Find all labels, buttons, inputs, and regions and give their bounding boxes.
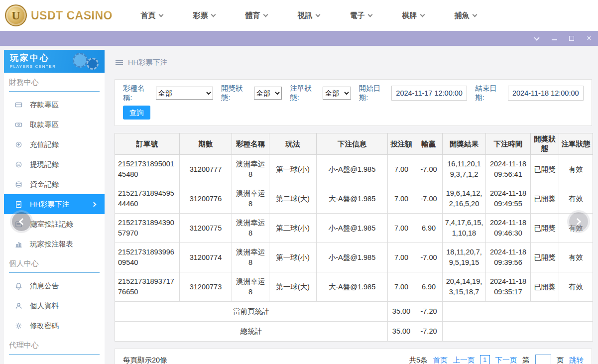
sidebar-item-profile[interactable]: 個人資料: [4, 296, 105, 316]
page-current[interactable]: 1: [480, 355, 490, 364]
table-cell: 澳洲幸运8: [232, 184, 269, 214]
table-cell: 7.00: [388, 184, 415, 214]
funds-icon: [15, 180, 23, 188]
nav-item-electronic[interactable]: 電子: [335, 11, 387, 20]
chevron-down-icon: [211, 12, 216, 17]
nav-item-fishing[interactable]: 捕魚: [439, 11, 491, 20]
summary-bet-total: 35.00: [388, 322, 415, 342]
page-jump-button[interactable]: 跳转: [569, 356, 584, 364]
pagination-bar: 每頁顯示20條 共5条 首页 上一页 1 下一页 第 页 跳转: [115, 349, 592, 364]
sidebar-item-deposit[interactable]: 存款專區: [4, 95, 105, 115]
nav-item-home[interactable]: 首頁: [125, 11, 178, 20]
sidebar-item-messages[interactable]: 消息公告: [4, 276, 105, 296]
table-cell: 已開獎: [531, 214, 559, 243]
sidebar-section-title: 個人中心: [9, 259, 100, 273]
column-header: 彩種名稱: [232, 133, 269, 155]
players-center-header: 玩家中心 PLAYERS CENTER: [4, 50, 105, 73]
sidebar-item-hh-lottery-bets[interactable]: HH彩票下注: [4, 194, 105, 214]
spacer: [4, 355, 105, 358]
nav-item-video[interactable]: 視訊: [282, 11, 335, 20]
sidebar-item-label: 玩家投注報表: [30, 240, 73, 249]
column-header: 輸贏: [415, 133, 443, 155]
nav-item-sports[interactable]: 體育: [230, 11, 282, 20]
page-first-link[interactable]: 首页: [433, 356, 447, 364]
per-page-label: 每頁顯示20條: [123, 356, 167, 364]
menu-icon[interactable]: [116, 60, 123, 65]
sidebar-item-recharge-record[interactable]: 充值記錄: [4, 134, 105, 154]
window-close-button[interactable]: ×: [585, 34, 593, 42]
chevron-right-icon: [574, 218, 581, 225]
table-cell: 第二球(小): [269, 214, 317, 243]
column-header: 下注信息: [317, 133, 388, 155]
page-next-link[interactable]: 下一页: [495, 356, 517, 364]
table-cell: 大-A盤@1.985: [317, 184, 388, 214]
sidebar-item-withdraw[interactable]: 取款專區: [4, 115, 105, 134]
sidebar-section-title: 財務中心: [9, 78, 100, 92]
start-date-input[interactable]: [391, 86, 467, 101]
brand-logo[interactable]: U USDT CASINO: [0, 4, 125, 26]
chevron-down-icon: [315, 12, 320, 17]
start-date-label: 開始日期:: [359, 84, 389, 103]
pagination-controls: 共5条 首页 上一页 1 下一页 第 页 跳转: [409, 355, 584, 364]
brand-emblem-icon: U: [5, 4, 27, 26]
window-maximize-button[interactable]: [568, 34, 576, 42]
table-cell: 大-A盤@1.985: [317, 272, 388, 302]
summary-winloss-total: -7.20: [415, 302, 443, 322]
summary-label: 當前頁統計: [115, 302, 388, 322]
maximize-icon: [569, 36, 574, 41]
sidebar-item-label: 修改密碼: [30, 321, 59, 331]
column-header: 玩法: [269, 133, 317, 155]
brand-name: USDT CASINO: [31, 9, 113, 22]
table-cell: 澳洲幸运8: [232, 214, 269, 243]
table-cell: 20,4,14,19,3,15,18,7: [443, 272, 486, 302]
end-date-input[interactable]: [508, 86, 584, 101]
scroll-right-button[interactable]: [569, 212, 588, 231]
table-cell: 7.00: [388, 243, 415, 272]
nav-item-label: 電子: [350, 11, 365, 20]
sidebar-item-cashout-record[interactable]: 提現記錄: [4, 154, 105, 174]
bet-status-label: 注單狀態:: [290, 84, 320, 103]
table-cell: -7.00: [415, 184, 443, 214]
summary-empty: [443, 302, 593, 322]
scroll-left-button[interactable]: [12, 212, 31, 231]
nav-item-label: 捕魚: [455, 11, 470, 20]
bet-status-select[interactable]: 全部: [323, 87, 351, 100]
table-header: 訂單號期數彩種名稱玩法下注信息投注額輸贏開獎結果下注時間開獎狀態注單狀態: [115, 133, 593, 155]
page-jump-input[interactable]: [535, 355, 551, 364]
search-button[interactable]: 查詢: [123, 106, 150, 120]
draw-status-select[interactable]: 全部: [254, 87, 282, 100]
sidebar-item-label: 廳室投註記錄: [30, 220, 73, 229]
lottery-select[interactable]: 全部: [156, 87, 213, 100]
table-cell: 2152173189439057970: [115, 214, 180, 243]
table-cell: 已開獎: [531, 272, 559, 302]
sidebar: 玩家中心 PLAYERS CENTER 財務中心存款專區取款專區充值記錄提現記錄…: [4, 50, 105, 364]
column-header: 注單狀態: [559, 133, 593, 155]
table-cell: 7.00: [388, 272, 415, 302]
table-row: 215217318945954446031200776澳洲幸运8第二球(大)大-…: [115, 184, 593, 214]
table-cell: 有效: [559, 243, 593, 272]
table-cell: 2152173189459544460: [115, 184, 180, 214]
nav-item-label: 首頁: [141, 11, 156, 20]
main-content: HH彩票下注 彩種名稱: 全部 開獎狀態: 全部 注單狀態: 全部 開始日期: …: [115, 50, 592, 364]
chevron-down-icon: [472, 12, 477, 17]
column-header: 開獎結果: [443, 133, 486, 155]
table-cell: 第一球(小): [269, 155, 317, 184]
sidebar-item-change-password[interactable]: 修改密碼: [4, 316, 105, 336]
sidebar-item-fund-record[interactable]: 資金記錄: [4, 174, 105, 194]
table-cell: 已開獎: [531, 184, 559, 214]
sidebar-item-player-bet-report[interactable]: 玩家投注報表: [4, 234, 105, 254]
nav-item-label: 體育: [245, 11, 260, 20]
page-prev-link[interactable]: 上一页: [453, 356, 475, 364]
table-cell: 2024-11-18 09:39:56: [486, 243, 531, 272]
sidebar-item-label: HH彩票下注: [30, 200, 69, 209]
sidebar-item-label: 提現記錄: [30, 160, 59, 169]
window-minimize-button[interactable]: [550, 34, 558, 42]
table-cell: 小-A盤@1.985: [317, 243, 388, 272]
filter-panel: 彩種名稱: 全部 開獎狀態: 全部 注單狀態: 全部 開始日期: 結束日期: 查…: [115, 79, 592, 126]
nav-item-lottery[interactable]: 彩票: [178, 11, 230, 20]
summary-label: 總統計: [115, 322, 388, 342]
nav-item-board-games[interactable]: 棋牌: [387, 11, 439, 20]
recharge-icon: [15, 140, 23, 148]
sidebar-item-label: 消息公告: [30, 281, 59, 291]
window-collapse-button[interactable]: [533, 34, 541, 42]
